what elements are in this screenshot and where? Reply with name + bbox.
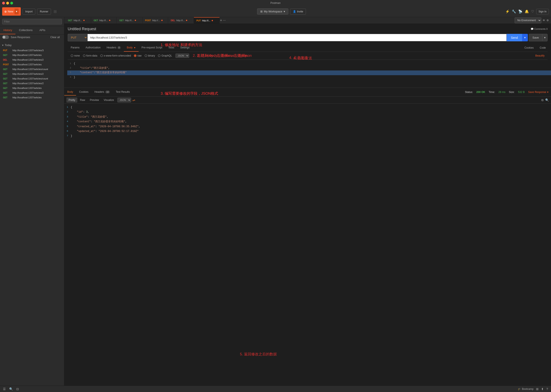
req-tab-authorization[interactable]: Authorization [83,44,104,52]
sidebar-tab-apis[interactable]: APIs [36,26,49,34]
request-code-editor[interactable]: 1 { 2 "title":"西兰花炒蛋", 3 "content":"西兰花炒… [64,60,551,88]
history-item[interactable]: DEL http://localhost:1337/articles/2 [0,57,64,62]
line-content: "content": "西兰花炒蛋非常的好吃哦", [71,119,127,124]
add-tab-button[interactable]: + [220,18,222,23]
tab-get-3[interactable]: GET http://l... [117,17,142,23]
more-tabs-button[interactable]: ··· [222,18,226,23]
tab-dot [83,20,85,21]
req-tab-headers[interactable]: Headers 8 [104,44,124,52]
graphql-radio[interactable]: GraphQL [158,54,172,57]
preview-tab[interactable]: Preview [88,98,101,103]
satellite-icon[interactable]: 📡 [518,9,523,14]
history-item[interactable]: GET http://localhost:1337/articles/count [0,76,64,81]
runner-button[interactable]: Runner [37,8,51,14]
tab-get-2[interactable]: GET http://l... [91,17,117,23]
history-url: http://localhost:1337/articles/count [12,77,48,80]
comments-button[interactable]: 💬 Comments 0 [531,28,548,30]
req-tab-settings[interactable]: Settings [177,44,192,52]
history-item[interactable]: GET http://localhost:1337/articles [0,95,64,100]
history-item[interactable]: GET http://localhost:1337/articles/2 [0,90,64,95]
raw-radio[interactable]: raw [134,54,141,57]
tab-method-put: PUT [196,20,201,22]
new-arrow[interactable]: ▾ [14,8,19,14]
sidebar-toggle-icon[interactable]: ☰ [3,387,6,391]
settings-tab-label: Settings [180,46,189,49]
signin-button[interactable]: Sign In [536,9,549,14]
wrench-icon[interactable]: 🔧 [512,9,516,14]
help-icon[interactable]: ? [546,387,548,391]
history-item[interactable]: GET http://localhost:1337/articles [0,53,64,57]
invite-button[interactable]: 👤 Invite [290,8,306,14]
new-button[interactable]: ⊕ New ▾ [2,7,21,16]
json-format-selector[interactable]: JSON [175,54,189,58]
url-input[interactable] [87,34,507,41]
settings-icon[interactable]: ⚙ [546,19,549,22]
clear-all-button[interactable]: Clear all [50,36,62,39]
eye-icon[interactable]: 👁 [543,19,545,22]
sidebar-tab-history[interactable]: History [0,26,15,34]
status-value: 200 OK [476,91,485,94]
send-btn-group: Send ▾ [507,34,528,41]
bootcamp-link[interactable]: 🎓 Bootcamp [518,387,533,391]
history-item[interactable]: GET http://localhost:1337/articles/2 [0,81,64,86]
save-response-button[interactable]: Save Response ▾ [528,91,548,94]
res-tab-cookies[interactable]: Cookies [76,89,91,96]
history-item[interactable]: GET http://localhost:1337/articles/count [0,67,64,71]
send-dropdown-button[interactable]: ▾ [522,34,528,41]
none-radio[interactable]: none [71,54,80,57]
history-item[interactable]: PUT http://localhost:1337/articles/3 [0,48,64,53]
pretty-tab[interactable]: Pretty [66,98,77,103]
history-item[interactable]: POST http://localhost:1337/articles [0,62,64,67]
tab-put-active[interactable]: PUT http://l... [194,17,220,24]
maximize-button[interactable] [10,2,13,5]
binary-radio[interactable]: binary [145,54,155,57]
response-json-selector[interactable]: JSON [117,98,131,102]
req-tab-params[interactable]: Params [68,44,83,52]
code-link[interactable]: Code [538,44,548,51]
history-item[interactable]: GET http://localhost:1337/articles [0,86,64,90]
close-button[interactable] [2,2,5,5]
line-content: } [71,134,72,138]
grid-bottom-icon[interactable]: ⊞ [536,387,539,391]
share-bottom-icon[interactable]: ⬆ [541,387,544,391]
env-selector[interactable]: No Environment [515,17,541,23]
raw-tab[interactable]: Raw [78,98,87,103]
cookies-link[interactable]: Cookies [523,44,535,51]
save-button[interactable]: Save [529,34,542,41]
beautify-button[interactable]: Beautify [535,54,544,57]
res-tab-tests[interactable]: Test Results [113,89,133,96]
save-responses-toggle[interactable] [2,35,9,39]
filter-input[interactable] [2,19,62,24]
bell-icon[interactable]: 🔔 [525,9,529,14]
res-tab-body[interactable]: Body [64,89,76,96]
urlencoded-radio[interactable]: x-www-form-urlencoded [100,54,131,57]
req-tab-prerequest[interactable]: Pre-request Script [139,44,165,52]
send-button[interactable]: Send [507,34,522,41]
history-item[interactable]: GET http://localhost:1337/articles/2 [0,71,64,76]
req-tab-tests[interactable]: Tests [165,44,177,52]
form-data-radio[interactable]: form-data [83,54,97,57]
import-button[interactable]: Import [22,8,35,14]
tab-del[interactable]: DEL http://l... [168,17,194,23]
tab-url: http://l... [176,19,185,22]
search-icon[interactable]: 🔍 [545,98,549,102]
save-dropdown-button[interactable]: ▾ [542,34,548,41]
req-tab-body[interactable]: Body ● [124,44,139,52]
visualize-tab[interactable]: Visualize [102,98,116,103]
copy-icon[interactable]: ⧉ [541,98,544,102]
method-selector[interactable]: PUT GET POST DELETE PATCH [68,34,87,41]
sidebar-history-content: ▾ Today PUT http://localhost:1337/articl… [0,41,64,385]
line-number: 1 [64,105,71,109]
console-icon[interactable]: ⊡ [16,387,19,391]
search-bottom-icon[interactable]: 🔍 [9,387,13,391]
sidebar-tab-collections[interactable]: Collections [15,26,36,34]
tab-get-1[interactable]: GET http://l... [65,17,91,23]
method-badge-get: GET [3,68,11,70]
tab-post[interactable]: POST http://... [142,17,168,23]
res-tab-headers[interactable]: Headers 10 [91,89,113,96]
heart-icon[interactable]: ♡ [531,9,534,14]
minimize-button[interactable] [6,2,9,5]
bolt-icon[interactable]: ⚡ [505,9,510,14]
workspace-button[interactable]: ⊞ My Workspace ▾ [257,8,288,14]
wrap-icon[interactable]: ⇌ [133,98,135,102]
